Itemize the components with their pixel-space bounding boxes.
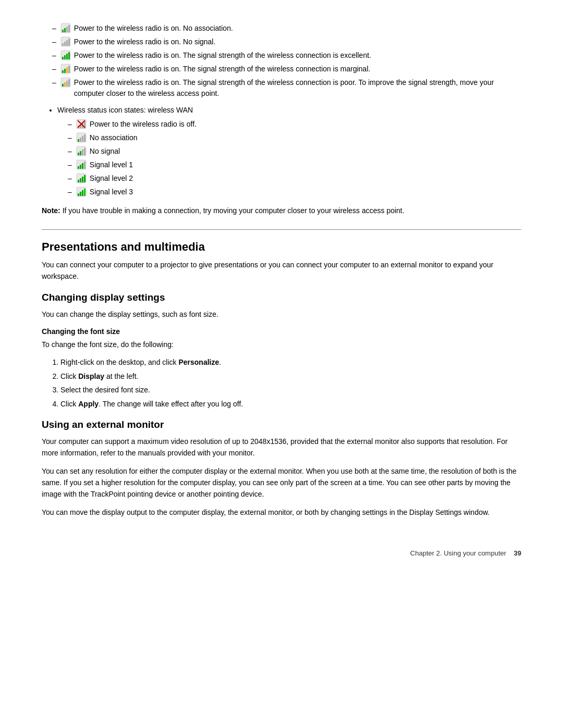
svg-rect-18 <box>66 67 68 73</box>
wan-level2-text: Signal level 2 <box>90 173 521 184</box>
external-monitor-para2: You can set any resolution for either th… <box>42 465 521 500</box>
list-item: – Power to the wireless radio is on. The… <box>52 64 521 75</box>
svg-rect-24 <box>68 79 70 87</box>
svg-rect-55 <box>82 190 83 196</box>
list-item: – Signal level 1 <box>68 159 521 170</box>
svg-rect-50 <box>82 177 83 182</box>
list-item: – <box>68 119 521 130</box>
svg-rect-1 <box>62 30 64 32</box>
svg-rect-33 <box>78 139 79 142</box>
svg-rect-14 <box>68 52 70 59</box>
svg-rect-7 <box>64 42 66 46</box>
list-item: Right-click on the desktop, and click Pe… <box>60 356 521 368</box>
svg-rect-36 <box>84 134 85 142</box>
dash: – <box>68 173 72 184</box>
apply-bold: Apply <box>78 400 99 408</box>
wan-level2-icon <box>76 173 87 183</box>
wan-no-signal-text: No signal <box>90 146 521 157</box>
wan-no-signal-icon <box>76 146 87 156</box>
wan-off-text: Power to the wireless radio is off. <box>90 119 521 130</box>
wifi-marginal-icon <box>60 64 71 74</box>
wireless-wan-intro: Wireless status icon states: wireless WA… <box>57 106 193 114</box>
display-bold: Display <box>78 372 104 380</box>
footer-chapter: Chapter 2. Using your computer <box>410 549 506 557</box>
svg-rect-38 <box>78 153 79 155</box>
wifi-excellent-icon <box>60 50 71 60</box>
wifi-on-no-assoc-icon <box>60 23 71 33</box>
footer-page: 39 <box>514 549 521 557</box>
svg-rect-49 <box>80 178 81 182</box>
dash: – <box>52 77 56 88</box>
svg-rect-35 <box>82 136 83 142</box>
list-item: – Power to the wireless radio is on. The… <box>52 77 521 99</box>
svg-rect-4 <box>68 25 70 32</box>
note-paragraph: Note: If you have trouble in making a co… <box>42 205 521 216</box>
dash: – <box>52 36 56 47</box>
list-item: – Signal level 3 <box>68 187 521 198</box>
svg-rect-21 <box>62 84 64 87</box>
svg-rect-12 <box>64 55 66 59</box>
personalize-bold: Personalize <box>178 358 219 366</box>
list-item: – Power to the wireless radio is on. No … <box>52 23 521 34</box>
wireless-wan-item: Wireless status icon states: wireless WA… <box>57 104 521 198</box>
external-monitor-para1: Your computer can support a maximum vide… <box>42 436 521 459</box>
external-monitor-para3: You can move the display output to the c… <box>42 507 521 518</box>
changing-display-heading: Changing display settings <box>42 292 521 303</box>
wan-level1-icon <box>76 159 87 170</box>
dash: – <box>68 119 72 130</box>
wan-list: – <box>57 119 521 198</box>
svg-rect-13 <box>66 54 68 59</box>
svg-rect-11 <box>62 57 64 59</box>
wan-level3-icon <box>76 187 87 197</box>
svg-rect-53 <box>78 193 79 196</box>
dash: – <box>68 132 72 143</box>
list-item: Select the desired font size. <box>60 384 521 396</box>
wireless-wan-section: Wireless status icon states: wireless WA… <box>42 104 521 198</box>
wifi-no-signal-text: Power to the wireless radio is on. No si… <box>74 36 521 47</box>
dash: – <box>68 159 72 170</box>
content-area: – Power to the wireless radio is on. No … <box>42 23 521 557</box>
wan-level3-text: Signal level 3 <box>90 187 521 198</box>
list-item: – Power to the wireless radio is on. The… <box>52 50 521 61</box>
svg-rect-2 <box>64 28 66 32</box>
wan-off-icon <box>76 119 87 129</box>
svg-rect-23 <box>66 81 68 87</box>
presentations-body: You can connect your computer to a proje… <box>42 259 521 282</box>
svg-rect-34 <box>80 138 81 142</box>
svg-rect-43 <box>78 166 79 169</box>
svg-rect-40 <box>82 150 83 155</box>
svg-rect-3 <box>66 27 68 32</box>
svg-rect-17 <box>64 69 66 73</box>
changing-display-body: You can change the display settings, suc… <box>42 309 521 320</box>
dash: – <box>52 23 56 34</box>
svg-rect-8 <box>66 40 68 46</box>
presentations-heading: Presentations and multimedia <box>42 240 521 254</box>
wan-no-assoc-text: No association <box>90 132 521 143</box>
svg-rect-6 <box>62 43 64 46</box>
svg-rect-56 <box>84 189 85 196</box>
svg-rect-19 <box>68 66 70 73</box>
svg-rect-41 <box>84 148 85 155</box>
svg-rect-44 <box>80 165 81 169</box>
wifi-poor-text: Power to the wireless radio is on. The s… <box>74 77 521 99</box>
svg-rect-16 <box>62 70 64 73</box>
svg-rect-48 <box>78 180 79 182</box>
font-size-subheading: Changing the font size <box>42 327 521 336</box>
list-item: – Power to the wireless radio is on. No … <box>52 36 521 47</box>
svg-rect-9 <box>68 39 70 46</box>
wifi-poor-icon <box>60 77 71 88</box>
dash: – <box>52 50 56 61</box>
page-footer: Chapter 2. Using your computer 39 <box>42 549 521 557</box>
wireless-status-list: – Power to the wireless radio is on. No … <box>42 23 521 99</box>
list-item: – No signal <box>68 146 521 157</box>
wifi-marginal-text: Power to the wireless radio is on. The s… <box>74 64 521 75</box>
svg-rect-46 <box>84 162 85 169</box>
note-body: If you have trouble in making a connecti… <box>60 206 405 215</box>
wifi-no-assoc-text: Power to the wireless radio is on. No as… <box>74 23 521 34</box>
list-item: Click Display at the left. <box>60 371 521 382</box>
dash: – <box>68 187 72 198</box>
list-item: – Signal level 2 <box>68 173 521 184</box>
list-item: Click Apply. The change will take effect… <box>60 398 521 410</box>
wan-no-assoc-icon <box>76 132 87 143</box>
wifi-on-no-signal-icon <box>60 36 71 47</box>
